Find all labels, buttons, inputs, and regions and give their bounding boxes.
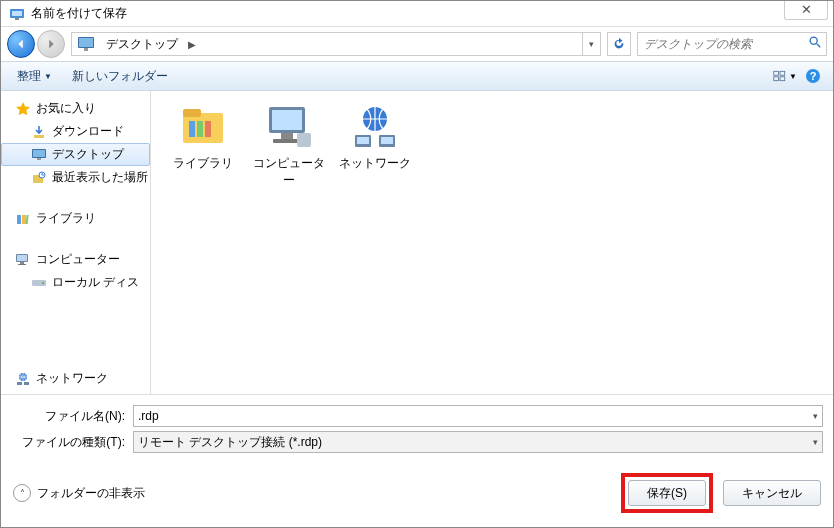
toolbar: 整理 ▼ 新しいフォルダー ▼ ? [1,61,833,91]
navbar: デスクトップ ▶ ▾ [1,27,833,61]
star-icon [15,101,31,117]
hide-folders-label: フォルダーの非表示 [37,485,145,502]
sidebar-item-label: デスクトップ [52,146,124,163]
sidebar-item-label: 最近表示した場所 [52,169,148,186]
svg-rect-35 [197,121,203,137]
footer: ˄ フォルダーの非表示 保存(S) キャンセル [1,459,833,527]
sidebar-group-label: ネットワーク [36,370,108,387]
svg-rect-25 [20,262,24,264]
sidebar-group-label: コンピューター [36,251,120,268]
search-icon[interactable] [804,35,826,53]
organize-button[interactable]: 整理 ▼ [9,65,60,88]
item-label: コンピューター [249,155,329,189]
cancel-button[interactable]: キャンセル [723,480,821,506]
svg-rect-41 [297,133,311,147]
sidebar-item-label: ダウンロード [52,123,124,140]
sidebar: お気に入り ダウンロード デスクトップ 最近表示した場所 [1,91,151,394]
sidebar-item-desktop[interactable]: デスクトップ [1,143,150,166]
content-item-computer[interactable]: コンピューター [249,103,329,189]
save-as-dialog: 名前を付けて保存 ✕ デスクトップ ▶ ▾ [0,0,834,528]
new-folder-button[interactable]: 新しいフォルダー [64,65,176,88]
organize-label: 整理 [17,68,41,85]
sidebar-item-downloads[interactable]: ダウンロード [1,120,150,143]
svg-rect-17 [37,158,41,160]
svg-rect-38 [272,110,302,130]
dialog-title: 名前を付けて保存 [31,5,825,22]
new-folder-label: 新しいフォルダー [72,68,168,85]
svg-rect-16 [33,150,45,157]
breadcrumb-dropdown[interactable]: ▾ [582,33,600,55]
search-input[interactable] [638,37,804,51]
filetype-row: ファイルの種類(T): リモート デスクトップ接続 (*.rdp) ▾ [11,431,823,453]
item-label: ネットワーク [335,155,415,172]
sidebar-item-local-disk[interactable]: ローカル ディス [1,271,150,294]
filename-value: .rdp [138,409,159,423]
chevron-down-icon[interactable]: ▾ [813,437,818,447]
content-pane[interactable]: ライブラリ コンピューター ネットワーク [151,91,833,394]
svg-rect-11 [780,77,785,81]
chevron-down-icon: ▼ [789,72,797,81]
help-button[interactable]: ? [801,65,825,87]
breadcrumb-location[interactable]: デスクトップ [100,33,184,55]
sidebar-computer[interactable]: コンピューター [1,248,150,271]
sidebar-item-label: ローカル ディス [52,274,139,291]
filetype-label: ファイルの種類(T): [11,434,125,451]
search-box[interactable] [637,32,827,56]
nav-forward-button[interactable] [37,30,65,58]
item-label: ライブラリ [163,155,243,172]
content-item-libraries[interactable]: ライブラリ [163,103,243,172]
library-icon [15,211,31,227]
svg-rect-1 [12,11,22,16]
sidebar-item-recent[interactable]: 最近表示した場所 [1,166,150,189]
refresh-button[interactable] [607,32,631,56]
svg-rect-9 [780,71,785,75]
svg-rect-24 [17,255,27,261]
svg-point-6 [810,37,817,44]
svg-rect-40 [273,139,301,143]
filetype-select[interactable]: リモート デスクトップ接続 (*.rdp) ▾ [133,431,823,453]
hide-folders-toggle[interactable]: ˄ フォルダーの非表示 [13,484,145,502]
svg-rect-5 [84,48,88,51]
sidebar-libraries[interactable]: ライブラリ [1,207,150,230]
nav-back-button[interactable] [7,30,35,58]
view-options-button[interactable]: ▼ [773,65,797,87]
svg-rect-14 [34,135,44,138]
computer-icon [15,252,31,268]
filename-label: ファイル名(N): [11,408,125,425]
filename-row: ファイル名(N): .rdp ▾ [11,405,823,427]
svg-rect-30 [17,382,22,385]
svg-point-28 [42,282,44,284]
desktop-icon [31,147,47,163]
breadcrumb[interactable]: デスクトップ ▶ ▾ [71,32,601,56]
svg-rect-34 [189,121,195,137]
svg-rect-20 [17,215,21,224]
sidebar-favorites[interactable]: お気に入り [1,97,150,120]
svg-text:?: ? [810,70,817,82]
svg-line-7 [817,44,821,48]
svg-rect-33 [183,109,201,117]
chevron-up-icon: ˄ [13,484,31,502]
svg-rect-4 [79,38,93,47]
save-button[interactable]: 保存(S) [628,480,706,506]
download-icon [31,124,47,140]
filetype-value: リモート デスクトップ接続 (*.rdp) [138,434,322,451]
chevron-down-icon[interactable]: ▾ [813,411,818,421]
sidebar-network[interactable]: ネットワーク [1,367,150,390]
sidebar-group-label: ライブラリ [36,210,96,227]
filename-input[interactable]: .rdp ▾ [133,405,823,427]
svg-rect-21 [22,215,26,224]
svg-rect-2 [15,18,19,20]
svg-rect-10 [774,77,779,81]
network-icon [15,371,31,387]
save-highlight: 保存(S) [621,473,713,513]
app-icon [9,6,25,22]
chevron-right-icon[interactable]: ▶ [184,39,200,50]
close-button[interactable]: ✕ [784,1,828,20]
computer-icon [263,103,315,151]
svg-rect-39 [281,133,293,139]
disk-icon [31,275,47,291]
fields: ファイル名(N): .rdp ▾ ファイルの種類(T): リモート デスクトップ… [1,395,833,459]
svg-rect-46 [381,137,393,144]
content-item-network[interactable]: ネットワーク [335,103,415,172]
svg-rect-8 [774,71,779,75]
